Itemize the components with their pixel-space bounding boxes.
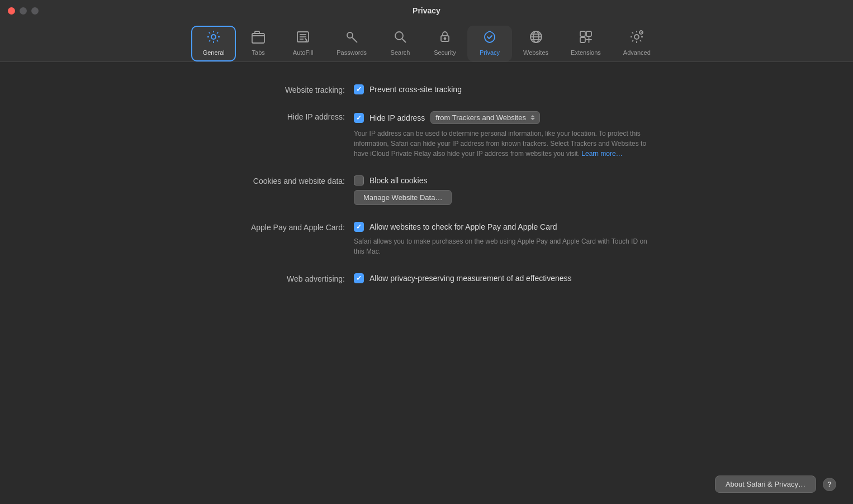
about-safari-button[interactable]: About Safari & Privacy…	[715, 476, 816, 493]
svg-point-8	[395, 32, 403, 40]
tab-security[interactable]: Security	[423, 26, 467, 61]
titlebar: Privacy	[0, 0, 853, 21]
security-icon	[437, 29, 453, 47]
prevent-tracking-checkbox[interactable]	[354, 84, 364, 94]
website-tracking-content: Prevent cross-site tracking	[354, 84, 678, 94]
tab-search[interactable]: Search	[378, 26, 423, 61]
website-tracking-row: Website tracking: Prevent cross-site tra…	[175, 84, 678, 94]
search-icon	[392, 29, 408, 47]
website-tracking-label: Website tracking:	[175, 84, 354, 94]
prevent-tracking-label: Prevent cross-site tracking	[369, 85, 462, 94]
tab-autofill[interactable]: AutoFill	[281, 26, 325, 61]
traffic-lights	[8, 7, 39, 15]
web-advertising-row: Web advertising: Allow privacy-preservin…	[175, 273, 678, 283]
hide-ip-dropdown-value: from Trackers and Websites	[435, 113, 526, 122]
apple-pay-checkbox[interactable]	[354, 222, 364, 232]
tab-websites-label: Websites	[523, 49, 548, 56]
bottom-bar: About Safari & Privacy… ?	[715, 476, 836, 493]
websites-icon	[528, 29, 544, 47]
dropdown-arrow-icon	[530, 115, 535, 120]
tab-security-label: Security	[434, 49, 456, 56]
apple-pay-option-label: Allow websites to check for Apple Pay an…	[369, 222, 557, 231]
extensions-icon	[578, 29, 594, 47]
learn-more-link[interactable]: Learn more…	[581, 150, 622, 158]
apple-pay-content: Allow websites to check for Apple Pay an…	[354, 222, 678, 256]
tab-advanced-label: Advanced	[623, 49, 651, 56]
privacy-icon	[482, 29, 497, 47]
hide-ip-row: Hide IP address: Hide IP address from Tr…	[175, 111, 678, 159]
apple-pay-inline: Allow websites to check for Apple Pay an…	[354, 222, 678, 232]
web-advertising-inline: Allow privacy-preserving measurement of …	[354, 273, 678, 283]
gear-icon	[206, 29, 221, 47]
toolbar: General Tabs AutoFill	[0, 21, 853, 62]
tabs-icon	[250, 29, 266, 47]
tab-tabs[interactable]: Tabs	[236, 26, 281, 61]
svg-rect-18	[586, 31, 591, 36]
tab-extensions-label: Extensions	[571, 49, 601, 56]
manage-website-data-button[interactable]: Manage Website Data…	[354, 190, 452, 205]
hide-ip-option-label: Hide IP address	[369, 113, 425, 122]
apple-pay-description: Safari allows you to make purchases on t…	[354, 236, 656, 256]
apple-pay-label: Apple Pay and Apple Card:	[175, 222, 354, 232]
svg-point-11	[444, 38, 446, 40]
web-advertising-content: Allow privacy-preserving measurement of …	[354, 273, 678, 283]
apple-pay-row: Apple Pay and Apple Card: Allow websites…	[175, 222, 678, 256]
svg-line-7	[352, 37, 357, 42]
cookies-label: Cookies and website data:	[175, 175, 354, 186]
block-cookies-label: Block all cookies	[369, 176, 428, 185]
settings-content: Website tracking: Prevent cross-site tra…	[175, 62, 678, 322]
svg-rect-17	[580, 31, 585, 36]
website-tracking-inline: Prevent cross-site tracking	[354, 84, 678, 94]
tab-search-label: Search	[391, 49, 410, 56]
svg-rect-1	[252, 34, 264, 43]
manage-data-button-wrapper: Manage Website Data…	[354, 190, 678, 205]
tab-passwords-label: Passwords	[337, 49, 367, 56]
cookies-content: Block all cookies Manage Website Data…	[354, 175, 678, 205]
hide-ip-dropdown[interactable]: from Trackers and Websites	[430, 111, 540, 124]
cookies-inline: Block all cookies	[354, 175, 678, 186]
help-button[interactable]: ?	[823, 478, 836, 491]
hide-ip-checkbox[interactable]	[354, 113, 364, 123]
passwords-icon	[344, 29, 359, 47]
svg-point-0	[211, 35, 216, 39]
tab-privacy[interactable]: Privacy	[467, 26, 512, 61]
svg-point-20	[634, 35, 639, 39]
close-button[interactable]	[8, 7, 15, 15]
web-advertising-option-label: Allow privacy-preserving measurement of …	[369, 274, 572, 283]
web-advertising-checkbox[interactable]	[354, 273, 364, 283]
maximize-button[interactable]	[31, 7, 39, 15]
tab-websites[interactable]: Websites	[512, 26, 560, 61]
tab-privacy-label: Privacy	[480, 49, 500, 56]
tab-autofill-label: AutoFill	[293, 49, 314, 56]
block-cookies-checkbox[interactable]	[354, 175, 364, 186]
web-advertising-label: Web advertising:	[175, 273, 354, 283]
tab-tabs-label: Tabs	[252, 49, 265, 56]
tab-general[interactable]: General	[191, 26, 236, 61]
hide-ip-description: Your IP address can be used to determine…	[354, 129, 656, 159]
hide-ip-label: Hide IP address:	[175, 111, 354, 121]
hide-ip-inline: Hide IP address from Trackers and Websit…	[354, 111, 678, 124]
hide-ip-content: Hide IP address from Trackers and Websit…	[354, 111, 678, 159]
svg-line-9	[402, 39, 406, 42]
advanced-icon	[629, 29, 645, 47]
cookies-row: Cookies and website data: Block all cook…	[175, 175, 678, 205]
svg-point-6	[347, 32, 353, 38]
window-title: Privacy	[413, 6, 440, 15]
tab-advanced[interactable]: Advanced	[612, 26, 662, 61]
tab-extensions[interactable]: Extensions	[560, 26, 612, 61]
minimize-button[interactable]	[20, 7, 27, 15]
tab-general-label: General	[203, 49, 225, 56]
svg-rect-19	[580, 37, 585, 42]
tab-passwords[interactable]: Passwords	[325, 26, 378, 61]
autofill-icon	[295, 29, 311, 47]
